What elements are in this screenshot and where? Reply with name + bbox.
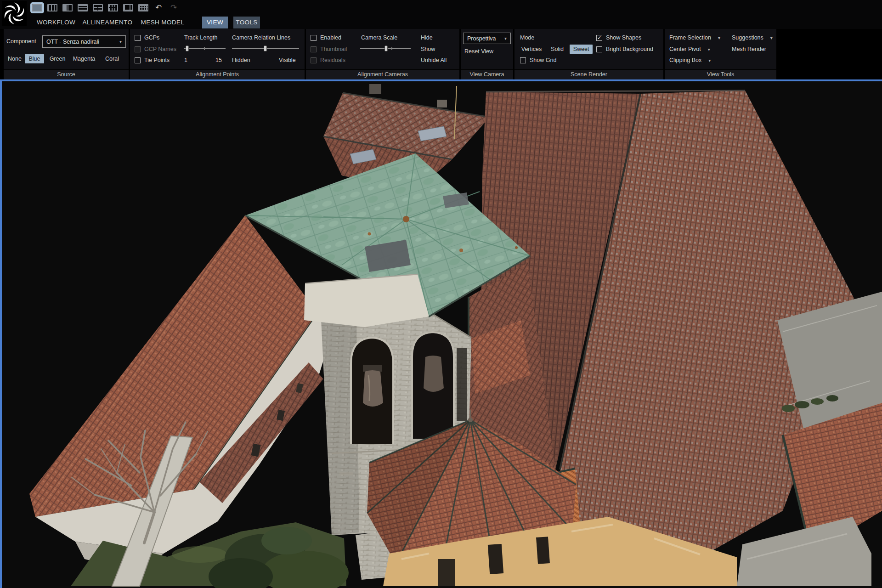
redo-icon[interactable]: ↷ [170,3,177,12]
layout-rows-icon[interactable] [78,4,88,11]
suggestions-menu[interactable]: Suggestions▾ [732,34,773,41]
mode-sweet[interactable]: Sweet [570,45,593,54]
camera-scale-slider[interactable] [360,45,411,51]
layout-single-view-icon[interactable] [32,4,42,11]
gcps-checkbox[interactable]: GCPs [135,34,159,41]
chevron-down-icon: ▾ [708,47,710,52]
checkbox-icon [596,46,602,52]
chevron-down-icon: ▾ [504,36,507,41]
enabled-checkbox[interactable]: Enabled [311,34,341,41]
bright-background-checkbox[interactable]: Bright Background [596,46,653,52]
group-label-source: Source [4,70,129,79]
checkbox-icon [520,57,526,63]
ribbon: Component OTT - Senza nadirali ▾ None Bl… [0,29,882,79]
layout-three-columns-icon[interactable] [47,4,57,11]
bell [363,370,383,407]
rust-spot [403,216,409,222]
group-label-view-tools: View Tools [665,70,776,79]
group-alignment-points: GCPs GCP Names Tie Points Track Length 1… [130,29,305,69]
mode-label: Mode [520,34,534,41]
group-source: Component OTT - Senza nadirali ▾ None Bl… [4,29,129,69]
viewport-3d-scene [2,81,882,588]
track-length-slider[interactable] [184,45,226,51]
source-color-blue[interactable]: Blue [25,54,44,63]
chevron-down-icon: ▾ [119,39,122,44]
component-dropdown[interactable]: OTT - Senza nadirali ▾ [42,35,126,48]
group-scene-render: Mode Vertices Solid Sweet Show Grid ✓Sho… [514,29,663,69]
checkbox-icon [311,35,317,41]
group-view-camera: Prospettiva ▾ Reset View [461,29,513,69]
undo-icon[interactable]: ↶ [155,3,162,12]
component-label: Component [6,38,36,45]
tab-tools[interactable]: TOOLS [233,17,260,28]
group-label-scene-render: Scene Render [514,70,663,79]
checkbox-icon [135,57,141,63]
mesh-render-button[interactable]: Mesh Render [732,46,766,52]
group-view-tools: Frame Selection▾ Suggestions▾ Center Piv… [665,29,776,69]
mode-solid[interactable]: Solid [548,45,567,54]
group-alignment-cameras: Enabled Thumbnail Residuals Camera Scale… [306,29,459,69]
layout-grid-2x2-icon[interactable] [93,4,103,11]
checkbox-icon [135,46,141,52]
source-color-coral[interactable]: Coral [102,54,122,63]
camera-relation-lines-label: Camera Relation Lines [232,34,290,41]
unhide-all-button[interactable]: Unhide All [421,57,447,63]
frame-selection-menu[interactable]: Frame Selection▾ [669,34,720,41]
residuals-checkbox[interactable]: Residuals [311,57,345,63]
chevron-down-icon: ▾ [770,35,773,40]
track-length-max: 15 [215,57,222,63]
tab-workflow[interactable]: WORKFLOW [32,17,80,28]
source-color-magenta[interactable]: Magenta [70,54,98,63]
source-color-green[interactable]: Green [47,54,68,63]
clipping-box-menu[interactable]: Clipping Box▾ [669,57,711,63]
title-bar: ↶ ↷ [0,0,882,17]
track-length-min: 1 [184,57,187,63]
show-shapes-checkbox[interactable]: ✓Show Shapes [596,34,641,41]
camera-scale-label: Camera Scale [361,34,397,41]
layout-grid-3x3-icon[interactable] [138,4,148,11]
projection-dropdown[interactable]: Prospettiva ▾ [463,33,511,44]
checkbox-icon [311,57,317,63]
gcp-names-checkbox[interactable]: GCP Names [135,46,176,52]
layout-main-plus-panes-icon[interactable] [123,4,133,11]
center-pivot-menu[interactable]: Center Pivot▾ [669,46,710,52]
layout-grid-alt-icon[interactable] [108,4,118,11]
layout-split-left-icon[interactable] [62,4,73,11]
tab-view[interactable]: VIEW [202,17,228,28]
viewport-3d[interactable] [0,79,882,588]
tie-points-checkbox[interactable]: Tie Points [135,57,170,63]
reset-view-button[interactable]: Reset View [464,48,493,55]
window [536,537,550,564]
realitycapture-logo[interactable] [2,1,27,26]
mode-vertices[interactable]: Vertices [518,45,545,54]
checkbox-icon [135,35,141,41]
crl-visible-label: Visible [279,57,296,63]
show-grid-checkbox[interactable]: Show Grid [520,57,556,63]
chimney [369,84,381,94]
checkbox-icon [311,46,317,52]
tab-allineamento[interactable]: ALLINEAMENTO [81,17,134,28]
ribbon-tab-bar: WORKFLOW ALLINEAMENTO MESH MODEL VIEW TO… [0,17,882,29]
group-label-view-camera: View Camera [461,70,513,79]
thumbnail-checkbox[interactable]: Thumbnail [311,46,347,52]
source-color-none[interactable]: None [6,54,23,63]
group-label-alignment-points: Alignment Points [130,70,305,79]
side-arch [457,348,467,421]
chevron-down-icon: ▾ [718,35,720,40]
bell [424,356,444,392]
group-label-alignment-cameras: Alignment Cameras [306,70,459,79]
crl-hidden-label: Hidden [232,57,250,63]
chevron-down-icon: ▾ [708,58,711,63]
camera-relation-lines-slider[interactable] [232,45,299,51]
hide-button[interactable]: Hide [421,34,433,41]
show-button[interactable]: Show [421,46,435,52]
tab-mesh-model[interactable]: MESH MODEL [138,17,187,28]
door [438,559,455,586]
chimney [437,100,447,107]
window [488,544,503,574]
track-length-label: Track Length [184,34,218,41]
checkbox-checked-icon: ✓ [596,35,602,41]
